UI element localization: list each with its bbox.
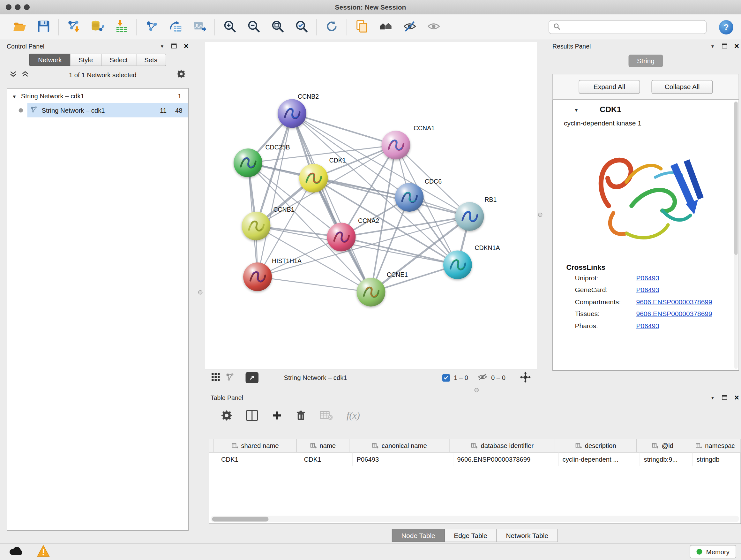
column-header-database-identifier[interactable]: database identifier [450, 439, 555, 452]
horizontal-scrollbar-thumb[interactable] [212, 516, 269, 521]
window-minimize-button[interactable] [15, 4, 21, 10]
copy-document-button[interactable] [353, 17, 371, 37]
delete-column-trash-icon[interactable] [296, 410, 306, 421]
network-row[interactable]: String Network – cdk1 11 48 [7, 103, 188, 118]
network-from-selection-button[interactable] [143, 17, 161, 37]
column-header-canonical-name[interactable]: canonical name [349, 439, 450, 452]
tab-select[interactable]: Select [102, 54, 136, 66]
save-session-button[interactable] [35, 17, 53, 37]
cell-description[interactable]: cyclin-dependent ... [559, 453, 640, 466]
hide-selected-button[interactable] [401, 17, 419, 37]
import-network-file-button[interactable] [65, 17, 83, 37]
panel-collapse-icon[interactable] [711, 44, 715, 49]
table-settings-gear-icon[interactable] [221, 410, 232, 421]
network-row-selection[interactable]: String Network – cdk1 11 48 [27, 103, 188, 118]
refresh-button[interactable] [323, 17, 341, 37]
cell-id[interactable]: stringdb:9... [640, 453, 693, 466]
network-node-CCNA1[interactable] [382, 131, 410, 160]
network-node-CCNA2[interactable] [327, 223, 356, 252]
column-header-id[interactable]: @id [636, 439, 689, 452]
network-node-CCNE1[interactable] [357, 278, 386, 307]
tab-node-table[interactable]: Node Table [392, 529, 445, 542]
column-header-description[interactable]: description [555, 439, 636, 452]
export-image-button[interactable] [191, 17, 209, 37]
column-header-namespace[interactable]: namespac [689, 439, 741, 452]
results-scrollbar[interactable] [734, 102, 738, 369]
cell-name[interactable]: CDK1 [300, 453, 353, 466]
network-share-icon[interactable] [226, 372, 235, 383]
window-close-button[interactable] [6, 4, 11, 10]
crosslink-link[interactable]: P06493 [636, 274, 659, 282]
grid-view-icon[interactable] [211, 372, 220, 383]
network-canvas[interactable]: CCNB2CCNA1CDC25BCDK1CDC6RB1CCNB1CCNA2CDK… [205, 42, 537, 369]
panel-float-icon[interactable] [722, 395, 727, 400]
panel-float-icon[interactable] [172, 44, 177, 49]
zoom-out-button[interactable] [245, 17, 263, 37]
network-node-RB1[interactable] [455, 202, 484, 231]
column-header-shared-name[interactable]: shared name [214, 439, 297, 452]
show-all-button[interactable] [425, 17, 443, 37]
network-node-HIST1H1A[interactable] [243, 262, 272, 291]
panel-float-icon[interactable] [722, 44, 727, 49]
collection-expand-icon[interactable] [12, 92, 17, 100]
collapse-all-networks-icon[interactable] [22, 70, 29, 79]
search-input[interactable] [563, 23, 702, 31]
left-splitter-handle[interactable] [198, 290, 203, 295]
network-node-CCNB1[interactable] [242, 212, 271, 240]
hidden-eye-icon[interactable] [478, 373, 487, 382]
birdseye-view-button[interactable] [246, 372, 259, 383]
warnings-button[interactable] [37, 545, 50, 558]
crosslink-link[interactable]: P06493 [636, 322, 659, 329]
grouped-nodes-button[interactable] [377, 17, 395, 37]
cell-database-identifier[interactable]: 9606.ENSP00000378699 [454, 453, 559, 466]
open-session-button[interactable] [10, 17, 29, 37]
network-from-table-button[interactable] [166, 17, 185, 37]
results-scrollbar-thumb[interactable] [734, 102, 738, 255]
zoom-fit-button[interactable] [269, 17, 287, 37]
tab-network-table[interactable]: Network Table [497, 529, 558, 542]
help-button[interactable]: ? [719, 20, 733, 34]
selected-indicator-checkbox[interactable] [442, 374, 450, 381]
panel-collapse-icon[interactable] [711, 395, 715, 400]
zoom-selected-button[interactable] [293, 17, 311, 37]
function-builder-button[interactable]: f(x) [347, 410, 360, 421]
panel-close-icon[interactable] [734, 42, 739, 50]
zoom-in-button[interactable] [221, 17, 239, 37]
network-collection-row[interactable]: String Network – cdk1 1 [7, 89, 188, 103]
memory-button[interactable]: Memory [690, 545, 736, 558]
tab-sets[interactable]: Sets [136, 54, 166, 66]
tab-network[interactable]: Network [29, 54, 70, 66]
panel-close-icon[interactable] [734, 393, 739, 401]
crosslink-link[interactable]: 9606.ENSP00000378699 [636, 310, 712, 318]
tab-edge-table[interactable]: Edge Table [445, 529, 497, 542]
right-splitter-handle[interactable] [538, 212, 542, 217]
collapse-all-button[interactable]: Collapse All [652, 80, 713, 94]
panel-close-icon[interactable] [184, 42, 189, 50]
network-node-CCNB2[interactable] [278, 99, 307, 128]
network-node-CDC6[interactable] [395, 183, 424, 212]
protein-collapse-icon[interactable] [574, 105, 579, 114]
cell-namespace[interactable]: stringdb [693, 453, 741, 466]
network-node-CDK1[interactable] [299, 164, 328, 192]
fit-content-crosshair-icon[interactable] [520, 371, 531, 384]
gear-icon[interactable] [177, 69, 186, 80]
crosslink-link[interactable]: P06493 [636, 286, 659, 294]
panel-collapse-icon[interactable] [160, 44, 164, 49]
cloud-button[interactable] [9, 546, 23, 557]
horizontal-scrollbar[interactable] [211, 516, 739, 522]
expand-all-button[interactable]: Expand All [579, 80, 640, 94]
window-zoom-button[interactable] [24, 4, 30, 10]
add-column-plus-icon[interactable] [272, 410, 282, 421]
show-columns-icon[interactable] [246, 410, 258, 421]
network-node-CDKN1A[interactable] [443, 251, 472, 279]
tab-style[interactable]: Style [70, 54, 102, 66]
column-header-name[interactable]: name [297, 439, 349, 452]
tab-string[interactable]: String [628, 55, 663, 67]
import-network-database-button[interactable] [89, 17, 107, 37]
cell-shared-name[interactable]: CDK1 [217, 453, 300, 466]
crosslink-link[interactable]: 9606.ENSP00000378699 [636, 298, 712, 306]
import-table-button[interactable] [113, 17, 131, 37]
delete-table-icon[interactable] [320, 410, 333, 421]
expand-all-networks-icon[interactable] [10, 70, 17, 79]
cell-canonical-name[interactable]: P06493 [353, 453, 454, 466]
